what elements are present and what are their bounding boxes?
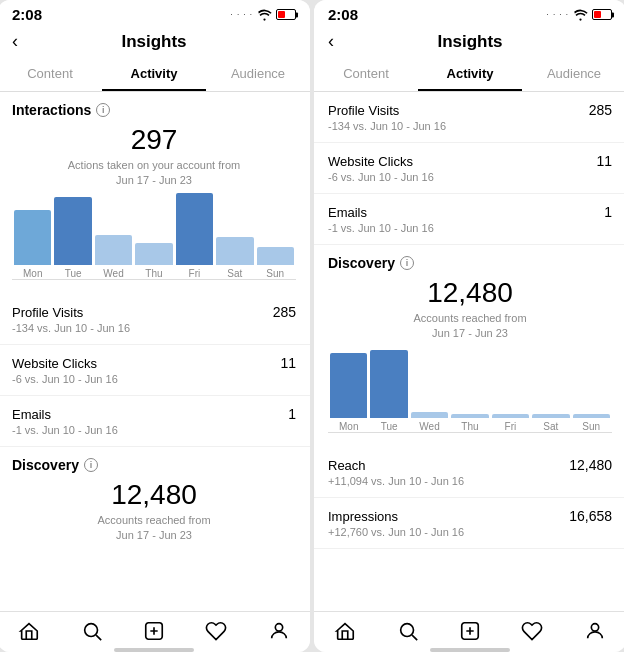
add-icon-right [459,620,481,642]
interactions-number: 297 [12,124,296,156]
bar-thu-fill-right [451,414,488,418]
metric-profile-top-left: Profile Visits 285 [12,304,296,320]
metric-impressions-sub-right: +12,760 vs. Jun 10 - Jun 16 [328,526,612,538]
bar-sun-label-right: Sun [582,421,600,432]
status-time-right: 2:08 [328,6,358,23]
svg-line-7 [412,635,417,640]
discovery-info-icon-right[interactable]: i [400,256,414,270]
nav-home-left[interactable] [0,620,60,642]
home-icon-left [18,620,40,642]
metric-profile-top-right: Profile Visits 285 [328,102,612,118]
svg-point-6 [400,624,413,637]
battery-tip-left [296,12,298,17]
bar-tue-fill-left [54,197,91,265]
metric-website-right: Website Clicks 11 -6 vs. Jun 10 - Jun 16 [314,143,624,194]
signal-icon-left: · · · · [230,10,253,19]
metric-emails-name-right: Emails [328,205,367,220]
metric-emails-top-left: Emails 1 [12,406,296,422]
bar-thu-label-left: Thu [145,268,162,279]
nav-add-right[interactable] [439,620,501,642]
nav-profile-right[interactable] [564,620,624,642]
nav-search-left[interactable] [60,620,122,642]
discovery-info-icon-left[interactable]: i [84,458,98,472]
metric-website-value-right: 11 [596,153,612,169]
home-indicator-left [0,648,310,652]
status-time-left: 2:08 [12,6,42,23]
svg-point-0 [84,624,97,637]
nav-home-right[interactable] [314,620,376,642]
discovery-title-left: Discovery i [12,457,296,473]
battery-icon-right [592,9,612,20]
bar-mon-left: Mon [14,210,51,279]
tab-audience-left[interactable]: Audience [206,58,310,91]
metric-website-sub-right: -6 vs. Jun 10 - Jun 16 [328,171,612,183]
tab-activity-right[interactable]: Activity [418,58,522,91]
bar-sat-fill-right [532,414,569,418]
bar-sat-left: Sat [216,237,253,279]
bar-tue-left: Tue [54,197,91,279]
discovery-bars-right: Mon Tue Wed Thu [328,352,612,432]
metric-website-name-right: Website Clicks [328,154,413,169]
discovery-chart-right: Mon Tue Wed Thu [328,352,612,433]
discovery-sub-right: Accounts reached fromJun 17 - Jun 23 [328,311,612,342]
tab-content-right[interactable]: Content [314,58,418,91]
bar-wed-label-left: Wed [103,268,123,279]
metric-impressions-name-right: Impressions [328,509,398,524]
metric-website-left: Website Clicks 11 -6 vs. Jun 10 - Jun 16 [0,345,310,396]
bar-mon-label-right: Mon [339,421,358,432]
status-bar-left: 2:08 · · · · [0,0,310,27]
svg-point-5 [275,624,282,631]
profile-icon-right [584,620,606,642]
metric-profile-sub-right: -134 vs. Jun 10 - Jun 16 [328,120,612,132]
bar-fri-label-left: Fri [189,268,201,279]
status-icons-left: · · · · [230,9,296,21]
interactions-title: Interactions i [12,102,296,118]
page-title-left: Insights [36,32,272,52]
nav-likes-left[interactable] [185,620,247,642]
discovery-section-right: Discovery i 12,480 Accounts reached from… [314,245,624,447]
nav-likes-right[interactable] [501,620,563,642]
home-icon-right [334,620,356,642]
metric-impressions-right: Impressions 16,658 +12,760 vs. Jun 10 - … [314,498,624,549]
interactions-info-icon[interactable]: i [96,103,110,117]
heart-icon-right [521,620,543,642]
tabs-left: Content Activity Audience [0,58,310,92]
interactions-bars: Mon Tue Wed Thu [12,199,296,279]
nav-bar-left: ‹ Insights [0,27,310,58]
bar-sun-fill-right [573,414,610,418]
tab-activity-left[interactable]: Activity [102,58,206,91]
heart-icon-left [205,620,227,642]
tab-audience-right[interactable]: Audience [522,58,624,91]
status-icons-right: · · · · [546,9,612,21]
nav-search-right[interactable] [376,620,438,642]
bar-wed-fill-left [95,235,132,265]
back-button-left[interactable]: ‹ [12,31,36,52]
search-icon-right [397,620,419,642]
tab-content-left[interactable]: Content [0,58,102,91]
interactions-sub: Actions taken on your account fromJun 17… [12,158,296,189]
search-icon-left [81,620,103,642]
metric-profile-visits-left: Profile Visits 285 -134 vs. Jun 10 - Jun… [0,294,310,345]
chart-axis-left [12,279,296,280]
metric-emails-value-left: 1 [288,406,296,422]
metric-emails-value-right: 1 [604,204,612,220]
wifi-icon-right [573,9,588,21]
bottom-nav-left [0,611,310,648]
svg-line-1 [96,635,101,640]
metric-emails-top-right: Emails 1 [328,204,612,220]
metric-reach-right: Reach 12,480 +11,094 vs. Jun 10 - Jun 16 [314,447,624,498]
wifi-icon-left [257,9,272,21]
metric-reach-name-right: Reach [328,458,366,473]
bar-thu-fill-left [135,243,172,265]
bar-sun-right: Sun [573,414,610,432]
metric-profile-visits-right: Profile Visits 285 -134 vs. Jun 10 - Jun… [314,92,624,143]
bar-sun-label-left: Sun [266,268,284,279]
nav-profile-left[interactable] [248,620,310,642]
bar-tue-fill-right [370,350,407,418]
nav-add-left[interactable] [123,620,185,642]
back-button-right[interactable]: ‹ [328,31,352,52]
discovery-number-right: 12,480 [328,277,612,309]
metric-website-sub-left: -6 vs. Jun 10 - Jun 16 [12,373,296,385]
metric-emails-right: Emails 1 -1 vs. Jun 10 - Jun 16 [314,194,624,245]
chart-axis-right [328,432,612,433]
